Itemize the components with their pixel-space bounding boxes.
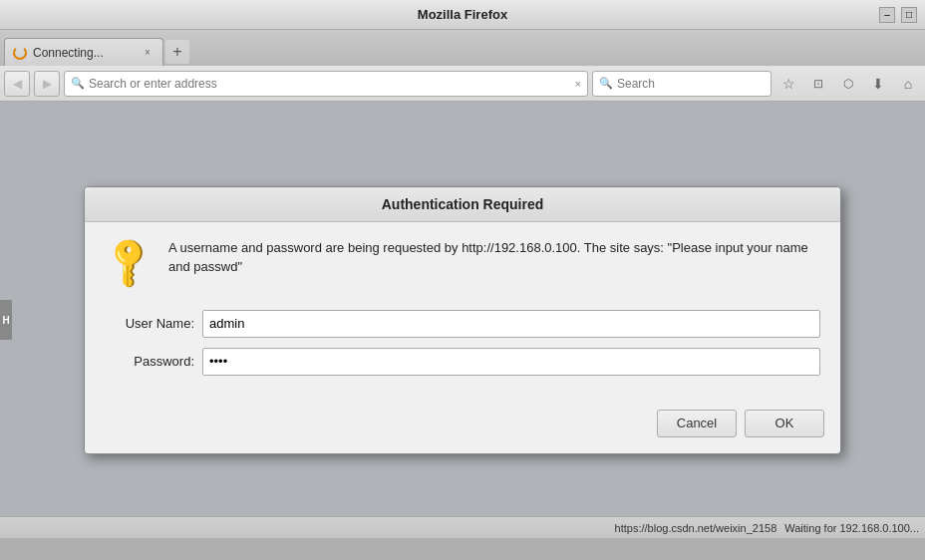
tabbar: Connecting... × + — [0, 30, 925, 66]
username-row: User Name: — [105, 310, 820, 338]
status-url: https://blog.csdn.net/weixin_2158 — [615, 522, 777, 534]
browser-tab[interactable]: Connecting... × — [4, 38, 163, 66]
navbar: ◀ ▶ 🔍 × 🔍 ☆ ⊡ ⬡ ⬇ ⌂ — [0, 66, 925, 102]
search-bar: 🔍 — [592, 71, 771, 97]
bookmark-button[interactable]: ☆ — [775, 71, 801, 97]
search-input[interactable] — [617, 77, 767, 91]
tab-label: Connecting... — [33, 46, 104, 60]
download-icon: ⬇ — [872, 76, 884, 92]
dialog-icon-container: 🔑 — [105, 238, 153, 286]
dialog-message: A username and password are being reques… — [168, 238, 820, 277]
status-waiting: Waiting for 192.168.0.100... — [784, 522, 919, 534]
tab-close-button[interactable]: × — [141, 46, 154, 60]
address-clear-button[interactable]: × — [575, 78, 581, 90]
download-button[interactable]: ⬇ — [865, 71, 891, 97]
back-icon: ◀ — [13, 77, 22, 91]
statusbar: https://blog.csdn.net/weixin_2158 Waitin… — [0, 516, 925, 538]
home-button[interactable]: ⌂ — [895, 71, 921, 97]
reader-view-button[interactable]: ⊡ — [805, 71, 831, 97]
reader-icon: ⊡ — [813, 77, 823, 91]
back-button[interactable]: ◀ — [4, 71, 30, 97]
form-section: User Name: Password: — [85, 302, 840, 402]
browser-content: H Authentication Required 🔑 A username a… — [0, 102, 925, 538]
titlebar: Mozilla Firefox – □ — [0, 0, 925, 30]
password-row: Password: — [105, 348, 820, 376]
pocket-icon: ⬡ — [843, 77, 853, 91]
password-input[interactable] — [202, 348, 820, 376]
search-bar-icon: 🔍 — [599, 77, 613, 90]
cancel-button[interactable]: Cancel — [657, 410, 737, 437]
maximize-button[interactable]: □ — [901, 7, 917, 23]
new-tab-button[interactable]: + — [165, 40, 189, 64]
window-title: Mozilla Firefox — [418, 7, 507, 22]
dialog-title: Authentication Required — [382, 196, 544, 212]
username-label: User Name: — [105, 316, 194, 331]
forward-icon: ▶ — [43, 77, 52, 91]
dialog-buttons: Cancel OK — [85, 402, 840, 453]
username-input[interactable] — [202, 310, 820, 338]
tab-favicon — [13, 46, 27, 60]
minimize-button[interactable]: – — [879, 7, 895, 23]
window-controls: – □ — [879, 7, 917, 23]
ok-button[interactable]: OK — [745, 410, 824, 437]
search-location-icon: 🔍 — [71, 77, 85, 90]
address-bar: 🔍 × — [64, 71, 588, 97]
dialog-header: Authentication Required — [85, 187, 840, 222]
dialog-overlay: Authentication Required 🔑 A username and… — [0, 102, 925, 538]
auth-dialog: Authentication Required 🔑 A username and… — [84, 186, 841, 454]
password-label: Password: — [105, 354, 194, 369]
bookmark-icon: ☆ — [782, 76, 795, 92]
address-input[interactable] — [89, 77, 571, 91]
home-icon: ⌂ — [904, 76, 912, 92]
key-icon: 🔑 — [98, 231, 159, 293]
dialog-body: 🔑 A username and password are being requ… — [85, 222, 840, 302]
pocket-button[interactable]: ⬡ — [835, 71, 861, 97]
forward-button[interactable]: ▶ — [34, 71, 60, 97]
